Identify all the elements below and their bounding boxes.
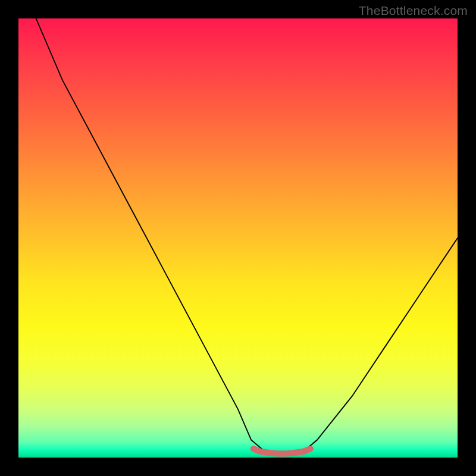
chart-plot-area — [18, 18, 458, 458]
bottleneck-curve — [36, 18, 458, 455]
tolerance-band — [253, 449, 311, 453]
chart-svg — [18, 18, 458, 458]
watermark-text: TheBottleneck.com — [359, 4, 468, 18]
